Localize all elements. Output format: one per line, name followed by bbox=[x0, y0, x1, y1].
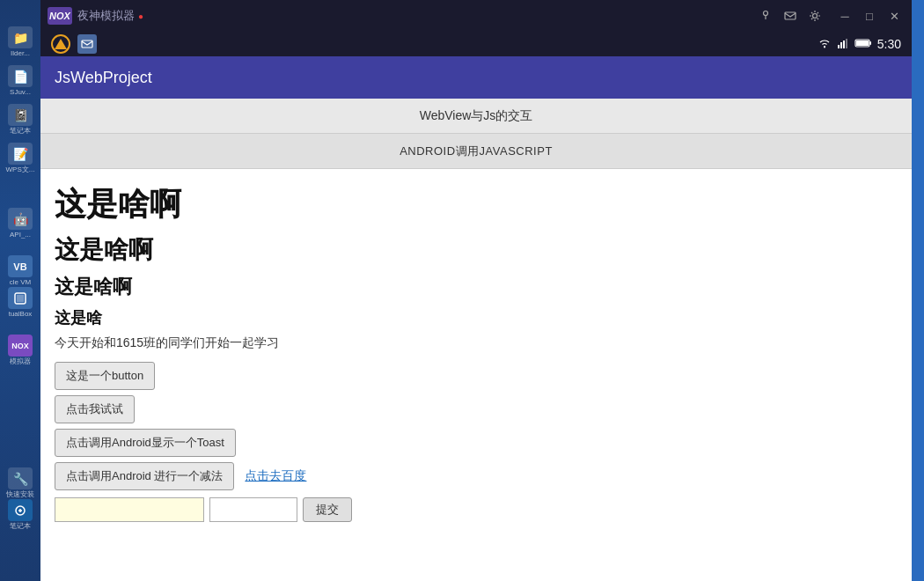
bottom-icons: 🔧 快速安装 笔记本 bbox=[4, 467, 36, 531]
button-row-2: 点击我试试 bbox=[55, 395, 898, 423]
status-bar: 5:30 bbox=[40, 32, 912, 56]
warning-icon bbox=[51, 34, 70, 54]
svg-rect-7 bbox=[82, 40, 92, 48]
left-taskbar: 📁 Ilder... 📄 SJuv... 📓 笔记本 📝 WPS文... 🤖 A… bbox=[0, 0, 40, 581]
android-icon-item[interactable]: 🤖 API_... bbox=[4, 208, 36, 239]
warning-triangle bbox=[55, 39, 67, 49]
svg-point-8 bbox=[824, 46, 825, 48]
button-3[interactable]: 点击调用Android显示一个Toast bbox=[55, 429, 236, 457]
close-button[interactable]: ✕ bbox=[884, 5, 905, 26]
link-baidu[interactable]: 点击去百度 bbox=[245, 468, 306, 484]
folder-label: Ilder... bbox=[11, 50, 30, 58]
button-2[interactable]: 点击我试试 bbox=[55, 395, 135, 423]
nox-logo: NOX bbox=[48, 7, 72, 25]
app-title: JsWebProject bbox=[55, 69, 152, 87]
input-1[interactable] bbox=[55, 497, 204, 522]
notebook-taskbar-icon[interactable]: 📓 笔记本 bbox=[4, 104, 36, 136]
svg-point-6 bbox=[813, 14, 818, 18]
heading-1: 这是啥啊 bbox=[55, 183, 898, 226]
file-icon: 📄 bbox=[8, 65, 33, 87]
app2-icon bbox=[8, 499, 33, 521]
svg-rect-12 bbox=[846, 39, 847, 48]
svg-point-3 bbox=[764, 11, 768, 16]
heading-3: 这是啥啊 bbox=[55, 274, 898, 300]
vm-icon-area: VB cle VM tualBox bbox=[4, 255, 36, 319]
pin-icon[interactable] bbox=[757, 7, 774, 25]
heading-2: 这是啥啊 bbox=[55, 233, 898, 267]
svg-rect-9 bbox=[838, 45, 840, 48]
button-row-1: 这是一个button bbox=[55, 362, 898, 390]
svg-rect-1 bbox=[17, 295, 24, 302]
status-time: 5:30 bbox=[877, 37, 901, 51]
android-icon: 🤖 bbox=[8, 208, 33, 230]
wifi-icon bbox=[818, 37, 832, 52]
status-right: 5:30 bbox=[818, 37, 901, 52]
app-icon bbox=[77, 34, 97, 54]
app-bar: JsWebProject bbox=[40, 56, 912, 99]
middle-icons: 🤖 API_... bbox=[4, 208, 36, 239]
notebook-label: 笔记本 bbox=[10, 128, 31, 136]
app2-icon-item[interactable]: 笔记本 bbox=[4, 499, 36, 531]
subtitle-text: WebView与Js的交互 bbox=[420, 108, 533, 124]
button-1[interactable]: 这是一个button bbox=[55, 362, 155, 390]
title-bar-text: 夜神模拟器 bbox=[77, 8, 135, 24]
content-area: 这是啥啊 这是啥啊 这是啥啊 这是啥 今天开始和1615班的同学们开始一起学习 … bbox=[40, 169, 912, 581]
virtualbox-icon: VB bbox=[8, 255, 33, 277]
android-area: 5:30 JsWebProject WebView与Js的交互 ANDROID调… bbox=[40, 32, 912, 581]
folder-taskbar-icon[interactable]: 📁 Ilder... bbox=[4, 26, 36, 58]
action-bar: ANDROID调用JAVASCRIPT bbox=[40, 134, 912, 169]
notification-dot: ● bbox=[138, 11, 143, 21]
nox-icon-area: NOX 模拟器 bbox=[4, 335, 36, 366]
title-bar-icons bbox=[757, 7, 824, 25]
file-label: SJuv... bbox=[10, 89, 31, 97]
status-left bbox=[51, 34, 97, 54]
vbox-icon-item[interactable]: tualBox bbox=[4, 287, 36, 319]
minimize-button[interactable]: ─ bbox=[834, 5, 855, 26]
virtualbox-icon-item[interactable]: VB cle VM bbox=[4, 255, 36, 287]
maximize-button[interactable]: □ bbox=[859, 5, 880, 26]
wps-taskbar-icon[interactable]: 📝 WPS文... bbox=[4, 143, 36, 174]
action-text: ANDROID调用JAVASCRIPT bbox=[400, 143, 553, 159]
wps-icon: 📝 bbox=[8, 143, 33, 165]
input-2[interactable] bbox=[209, 497, 297, 522]
wps-label: WPS文... bbox=[6, 166, 35, 174]
nox-icon-item[interactable]: NOX 模拟器 bbox=[4, 335, 36, 366]
emulator-window: NOX 夜神模拟器 ● ─ □ ✕ bbox=[40, 0, 912, 581]
window-controls: ─ □ ✕ bbox=[834, 5, 905, 26]
file-taskbar-icon[interactable]: 📄 SJuv... bbox=[4, 65, 36, 97]
svg-rect-11 bbox=[843, 40, 845, 48]
folder-icon: 📁 bbox=[8, 26, 33, 48]
tools-icon: 🔧 bbox=[8, 467, 33, 489]
gear-icon[interactable] bbox=[806, 7, 824, 25]
heading-4: 这是啥 bbox=[55, 307, 898, 328]
paragraph: 今天开始和1615班的同学们开始一起学习 bbox=[55, 335, 898, 351]
input-row: 提交 bbox=[55, 497, 898, 522]
vbox-icon bbox=[8, 287, 33, 309]
nox-icon: NOX bbox=[8, 335, 33, 357]
submit-button[interactable]: 提交 bbox=[303, 497, 352, 522]
svg-rect-10 bbox=[840, 42, 842, 48]
svg-rect-5 bbox=[785, 12, 796, 19]
svg-rect-15 bbox=[856, 40, 869, 46]
signal-icon bbox=[837, 37, 849, 52]
subtitle-bar: WebView与Js的交互 bbox=[40, 99, 912, 134]
button-4[interactable]: 点击调用Android 进行一个减法 bbox=[55, 462, 234, 490]
mail-icon[interactable] bbox=[781, 7, 799, 25]
svg-rect-14 bbox=[869, 41, 871, 45]
tools-icon-item[interactable]: 🔧 快速安装 bbox=[4, 467, 36, 499]
button-row-4: 点击调用Android 进行一个减法 点击去百度 bbox=[55, 462, 898, 490]
title-bar: NOX 夜神模拟器 ● ─ □ ✕ bbox=[40, 0, 912, 32]
battery-icon bbox=[854, 38, 872, 51]
notebook-icon: 📓 bbox=[8, 104, 33, 126]
button-row-3: 点击调用Android显示一个Toast bbox=[55, 429, 898, 457]
